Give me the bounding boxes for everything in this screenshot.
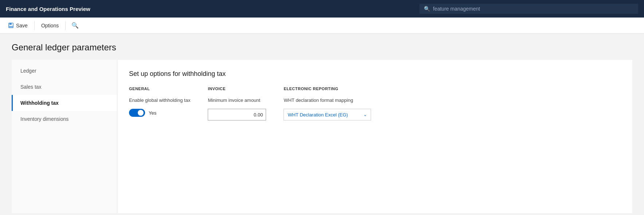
sidebar-item-label: Sales tax	[20, 84, 42, 90]
enable-global-wht-toggle[interactable]	[129, 109, 145, 117]
search-icon: 🔍	[424, 6, 430, 12]
columns-row: GENERAL Enable global withholding tax Ye…	[129, 87, 621, 120]
toggle-row: Yes	[129, 109, 190, 117]
section-title: Set up options for withholding tax	[129, 70, 621, 78]
enable-global-wht-label: Enable global withholding tax	[129, 97, 190, 103]
sidebar-item-withholding-tax[interactable]: Withholding tax	[12, 95, 117, 111]
sidebar-item-ledger[interactable]: Ledger	[12, 63, 117, 79]
app-title: Finance and Operations Preview	[6, 6, 90, 12]
toggle-value: Yes	[149, 110, 156, 116]
min-invoice-amount-input[interactable]	[208, 109, 266, 120]
sidebar-item-label: Inventory dimensions	[20, 116, 69, 122]
options-label: Options	[41, 23, 59, 28]
save-button[interactable]: Save	[4, 20, 31, 31]
wht-declaration-format-value: WHT Declaration Excel (EG)	[288, 112, 348, 118]
sidebar-item-inventory-dimensions[interactable]: Inventory dimensions	[12, 111, 117, 127]
save-icon	[8, 23, 14, 28]
toolbar-search-button[interactable]: 🔍	[69, 20, 82, 30]
main-layout: Ledger Sales tax Withholding tax Invento…	[12, 60, 632, 213]
content-panel: Set up options for withholding tax GENER…	[117, 60, 632, 213]
svg-rect-2	[9, 26, 13, 27]
toggle-knob	[138, 110, 144, 116]
toolbar: Save Options 🔍	[0, 18, 644, 34]
invoice-header: INVOICE	[208, 87, 266, 91]
global-search-input[interactable]	[433, 6, 634, 12]
sidebar-item-label: Ledger	[20, 68, 36, 74]
toolbar-divider-2	[65, 21, 66, 30]
invoice-column: INVOICE Minimum invoice amount	[208, 87, 266, 120]
wht-declaration-format-label: WHT declaration format mapping	[284, 97, 371, 103]
sidebar-item-label: Withholding tax	[20, 100, 59, 106]
min-invoice-amount-label: Minimum invoice amount	[208, 97, 266, 103]
options-button[interactable]: Options	[38, 20, 62, 31]
electronic-reporting-column: ELECTRONIC REPORTING WHT declaration for…	[284, 87, 371, 120]
page-title: General ledger parameters	[12, 42, 632, 53]
chevron-down-icon: ⌄	[363, 112, 367, 117]
save-label: Save	[16, 23, 28, 28]
electronic-reporting-header: ELECTRONIC REPORTING	[284, 87, 371, 91]
wht-declaration-format-dropdown[interactable]: WHT Declaration Excel (EG) ⌄	[284, 109, 371, 120]
general-header: GENERAL	[129, 87, 190, 91]
side-nav: Ledger Sales tax Withholding tax Invento…	[12, 60, 117, 213]
general-column: GENERAL Enable global withholding tax Ye…	[129, 87, 190, 117]
page-content: General ledger parameters Ledger Sales t…	[0, 34, 644, 215]
toolbar-search-icon: 🔍	[71, 22, 79, 28]
top-bar: Finance and Operations Preview 🔍	[0, 0, 644, 18]
sidebar-item-sales-tax[interactable]: Sales tax	[12, 79, 117, 95]
svg-rect-1	[9, 23, 12, 25]
toolbar-divider	[34, 21, 35, 30]
global-search-box[interactable]: 🔍	[419, 4, 638, 14]
